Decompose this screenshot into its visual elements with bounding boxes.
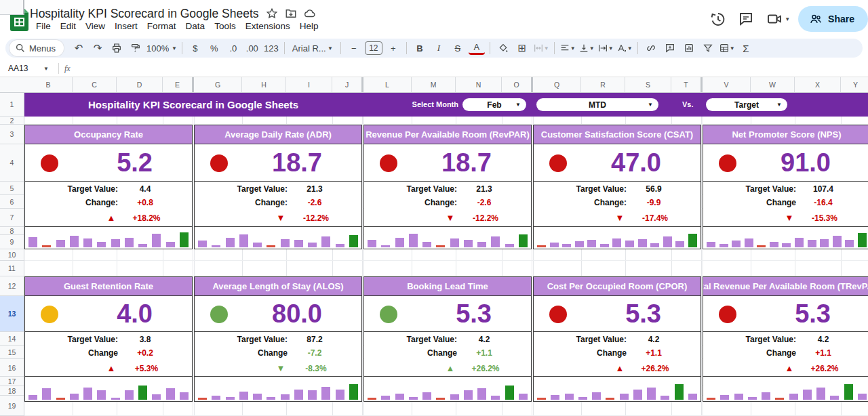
menu-insert[interactable]: Insert xyxy=(110,20,142,33)
menu-file[interactable]: File xyxy=(31,20,56,33)
kpi-card-details[interactable]: Target Value: 4.2 Change +1.1 ▲ +26.2% xyxy=(703,332,868,377)
column-header-R[interactable]: R xyxy=(581,77,625,92)
compare-dropdown[interactable]: Target ▼ xyxy=(706,98,787,111)
kpi-card-value-cell[interactable]: 4.0 xyxy=(24,296,193,332)
column-header-J[interactable]: J xyxy=(332,77,362,92)
menus-search-button[interactable]: Menus xyxy=(9,40,64,56)
menu-data[interactable]: Data xyxy=(181,20,210,33)
table-tools-button[interactable]: ▼ xyxy=(719,40,735,56)
kpi-sparkline[interactable] xyxy=(194,377,362,402)
kpi-sparkline[interactable] xyxy=(363,227,532,249)
column-header-D[interactable]: D xyxy=(117,77,163,92)
column-header-G[interactable]: G xyxy=(194,77,242,92)
name-box[interactable]: AA13 ▼ xyxy=(0,64,53,73)
column-header-E[interactable]: E xyxy=(163,77,193,92)
decrease-decimals-button[interactable]: .0 xyxy=(225,40,241,56)
row-header-15[interactable]: 15 xyxy=(0,346,24,359)
kpi-card-title[interactable]: Customer Satisfaction Score (CSAT) xyxy=(533,125,701,144)
increase-decimals-button[interactable]: .00 xyxy=(244,40,260,56)
row-header-3[interactable]: 3 xyxy=(0,125,24,144)
kpi-card-title[interactable]: Occupancy Rate xyxy=(24,125,193,144)
row-header-19[interactable]: 19 xyxy=(0,396,24,416)
vertical-align-button[interactable]: ▼ xyxy=(578,40,595,56)
kpi-card-title[interactable]: Average Daily Rate (ADR) xyxy=(194,125,362,144)
menu-view[interactable]: View xyxy=(81,20,110,33)
kpi-card-value-cell[interactable]: 47.0 xyxy=(533,144,701,182)
row-header-9[interactable]: 9 xyxy=(0,235,24,249)
insert-comment-button[interactable] xyxy=(662,40,678,56)
kpi-card-title[interactable]: Total Revenue Per Available Room (TRevPA… xyxy=(703,276,868,296)
menu-format[interactable]: Format xyxy=(142,20,181,33)
kpi-card-details[interactable]: Target Value: 56.9 Change: -9.9 ▼ -17.4% xyxy=(533,182,701,227)
select-all-corner[interactable] xyxy=(0,0,24,15)
kpi-card-value-cell[interactable]: 18.7 xyxy=(194,144,362,182)
kpi-sparkline[interactable] xyxy=(703,227,868,249)
insert-link-button[interactable] xyxy=(643,40,659,56)
column-header-B[interactable]: B xyxy=(24,77,73,92)
kpi-sparkline[interactable] xyxy=(703,377,868,402)
text-color-button[interactable]: A xyxy=(469,41,485,55)
kpi-sparkline[interactable] xyxy=(194,227,362,249)
row-header-7[interactable]: 7 xyxy=(0,209,24,227)
strikethrough-button[interactable]: S xyxy=(450,40,466,56)
row-header-13[interactable]: 13 xyxy=(0,296,24,332)
kpi-card-value-cell[interactable]: 5.2 xyxy=(24,144,193,182)
font-select[interactable]: Arial R...▼ xyxy=(290,40,336,56)
column-header-M[interactable]: M xyxy=(412,77,456,92)
text-rotation-button[interactable]: ▼ xyxy=(616,40,633,56)
kpi-card-value-cell[interactable]: 18.7 xyxy=(363,144,532,182)
row-header-5[interactable]: 5 xyxy=(0,182,24,195)
column-header-W[interactable]: W xyxy=(751,77,795,92)
kpi-card-title[interactable]: Revenue Per Available Room (RevPAR) xyxy=(363,125,532,144)
kpi-card-details[interactable]: Target Value: 21.3 Change: -2.6 ▼ -12.2% xyxy=(194,182,362,227)
version-history-icon[interactable] xyxy=(709,11,726,27)
row-header-14[interactable]: 14 xyxy=(0,332,24,346)
zoom-select[interactable]: 100% ▼ xyxy=(146,40,177,56)
bold-button[interactable]: B xyxy=(412,40,428,56)
fill-color-button[interactable] xyxy=(495,40,511,56)
document-title[interactable]: Hospitality KPI Scorecard in Google Shee… xyxy=(30,7,259,21)
move-folder-icon[interactable] xyxy=(285,7,297,20)
column-header-O[interactable]: O xyxy=(502,77,532,92)
period-dropdown[interactable]: MTD ▼ xyxy=(536,98,658,111)
menu-extensions[interactable]: Extensions xyxy=(241,20,295,33)
row-header-12[interactable]: 12 xyxy=(0,276,24,296)
month-dropdown[interactable]: Feb ▼ xyxy=(462,98,526,111)
column-header-X[interactable]: X xyxy=(795,77,841,92)
paint-format-button[interactable] xyxy=(127,40,144,56)
column-header-L[interactable]: L xyxy=(363,77,412,92)
row-header-8[interactable]: 8 xyxy=(0,227,24,235)
format-percent-button[interactable]: % xyxy=(206,40,222,56)
column-header-Y[interactable]: Y xyxy=(841,77,868,92)
row-header-11[interactable]: 11 xyxy=(0,261,24,276)
horizontal-align-button[interactable]: ▼ xyxy=(559,40,576,56)
kpi-sparkline[interactable] xyxy=(533,377,701,402)
kpi-sparkline[interactable] xyxy=(363,377,532,402)
kpi-card-title[interactable]: Net Promoter Score (NPS) xyxy=(703,125,868,144)
row-header-16[interactable]: 16 xyxy=(0,359,24,377)
redo-button[interactable]: ↷ xyxy=(90,40,106,56)
kpi-card-details[interactable]: Target Value: 107.4 Change -16.4 ▼ -15.3… xyxy=(703,182,868,227)
kpi-card-details[interactable]: Target Value: 3.8 Change +0.2 ▲ +5.3% xyxy=(24,332,193,377)
text-wrap-button[interactable]: ▼ xyxy=(597,40,614,56)
row-header-6[interactable]: 6 xyxy=(0,195,24,209)
font-size-input[interactable]: 12 xyxy=(365,41,382,55)
sheet-grid[interactable]: Hospitality KPI Scorecard in Google Shee… xyxy=(24,93,868,416)
kpi-card-value-cell[interactable]: 5.3 xyxy=(363,296,532,332)
share-button[interactable]: Share xyxy=(798,6,868,32)
create-filter-button[interactable] xyxy=(700,40,716,56)
kpi-card-title[interactable]: Average Length of Stay (ALOS) xyxy=(194,276,362,296)
italic-button[interactable]: I xyxy=(431,40,447,56)
kpi-card-details[interactable]: Target Value: 4.2 Change +1.1 ▲ +26.2% xyxy=(533,332,701,377)
kpi-card-title[interactable]: Guest Retention Rate xyxy=(24,276,193,296)
kpi-card-value-cell[interactable]: 5.3 xyxy=(533,296,701,332)
column-header-S[interactable]: S xyxy=(625,77,671,92)
kpi-card-details[interactable]: Target Value: 4.2 Change +1.1 ▲ +26.2% xyxy=(363,332,532,377)
kpi-card-value-cell[interactable]: 91.0 xyxy=(703,144,868,182)
menu-edit[interactable]: Edit xyxy=(56,20,81,33)
row-header-2[interactable]: 2 xyxy=(0,117,24,125)
kpi-card-value-cell[interactable]: 5.3 xyxy=(703,296,868,332)
kpi-card-details[interactable]: Target Value: 87.2 Change -7.2 ▼ -8.3% xyxy=(194,332,362,377)
format-currency-button[interactable]: $ xyxy=(187,40,203,56)
kpi-card-details[interactable]: Target Value: 21.3 Change: -2.6 ▼ -12.2% xyxy=(363,182,532,227)
